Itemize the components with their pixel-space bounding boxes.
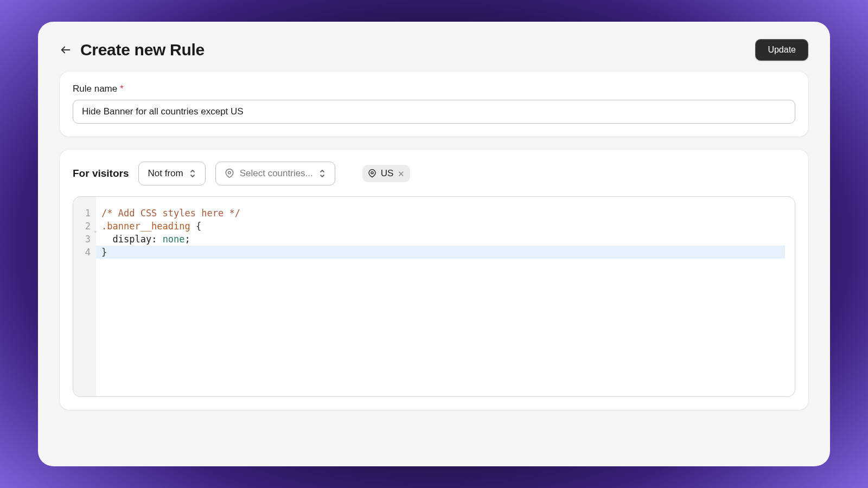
required-asterisk: * bbox=[120, 84, 124, 94]
line-number: 4 bbox=[73, 246, 96, 259]
rule-name-label-text: Rule name bbox=[73, 84, 117, 94]
chevrons-icon bbox=[318, 169, 326, 178]
rule-name-input[interactable] bbox=[73, 100, 795, 124]
map-pin-icon bbox=[225, 169, 234, 178]
editor-gutter: 12⌄34 bbox=[73, 197, 96, 396]
visitor-mode-select[interactable]: Not from bbox=[138, 162, 205, 185]
rule-name-card: Rule name * bbox=[60, 72, 808, 137]
svg-point-1 bbox=[228, 171, 231, 174]
map-pin-icon bbox=[368, 169, 376, 178]
back-arrow-icon[interactable] bbox=[60, 44, 72, 56]
page-header: Create new Rule Update bbox=[38, 22, 830, 72]
for-visitors-label: For visitors bbox=[73, 168, 129, 179]
chip-remove-icon[interactable]: ✕ bbox=[398, 170, 405, 178]
page-title: Create new Rule bbox=[80, 41, 205, 59]
country-chip-label: US bbox=[381, 168, 394, 179]
code-line[interactable]: display: none; bbox=[101, 233, 795, 246]
css-editor[interactable]: 12⌄34 /* Add CSS styles here */.banner__… bbox=[73, 196, 795, 397]
update-button[interactable]: Update bbox=[755, 39, 808, 61]
visitors-card: For visitors Not from Sel bbox=[60, 150, 808, 410]
code-line[interactable]: .banner__heading { bbox=[101, 220, 795, 233]
line-number: 1 bbox=[73, 207, 96, 220]
main-panel: Create new Rule Update Rule name * For v… bbox=[38, 22, 830, 466]
code-line[interactable]: /* Add CSS styles here */ bbox=[101, 207, 795, 220]
visitor-mode-value: Not from bbox=[148, 168, 183, 179]
line-number: 2⌄ bbox=[73, 220, 96, 233]
rule-name-label: Rule name * bbox=[73, 84, 795, 94]
editor-code-area[interactable]: /* Add CSS styles here */.banner__headin… bbox=[96, 197, 795, 396]
country-select-placeholder: Select countries... bbox=[240, 168, 313, 179]
line-number: 3 bbox=[73, 233, 96, 246]
country-select[interactable]: Select countries... bbox=[215, 162, 335, 185]
country-chip: US ✕ bbox=[362, 165, 411, 182]
chevrons-icon bbox=[189, 169, 196, 178]
svg-point-2 bbox=[371, 172, 373, 174]
